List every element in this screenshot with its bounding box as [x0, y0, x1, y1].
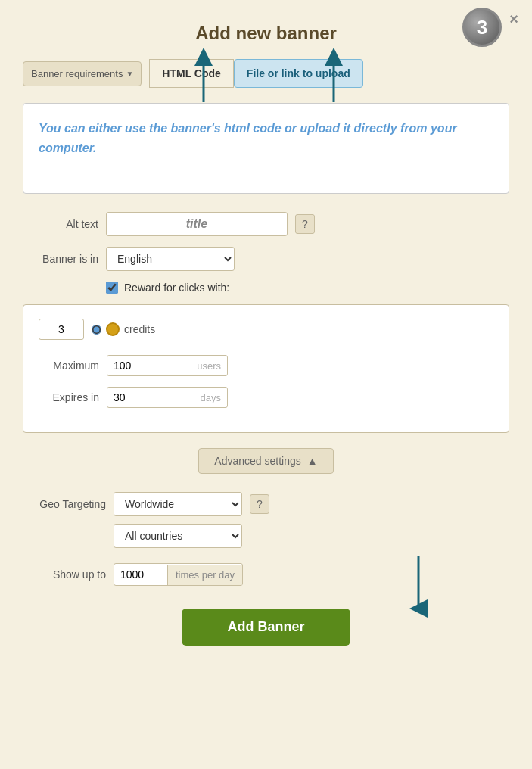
add-banner-wrapper: Add Banner — [23, 609, 509, 646]
reward-credits-row: credits — [39, 319, 493, 340]
geo-help-button[interactable]: ? — [250, 494, 269, 514]
tab-requirements[interactable]: Banner requirements ▼ — [23, 61, 142, 86]
banner-language-row: Banner is in English Spanish French Germ… — [23, 247, 509, 271]
chevron-up-icon: ▲ — [307, 455, 318, 467]
show-up-to-input[interactable] — [114, 564, 167, 585]
alt-text-label: Alt text — [23, 218, 98, 230]
credits-radio-label[interactable]: credits — [92, 322, 155, 336]
maximum-input[interactable] — [114, 360, 166, 372]
tabs-container: Banner requirements ▼ HTML Code File or … — [23, 59, 509, 194]
add-banner-button[interactable]: Add Banner — [182, 609, 350, 646]
geo-targeting-section: Geo Targeting Worldwide Specific ? All c… — [23, 492, 509, 548]
credits-radio[interactable] — [92, 325, 101, 335]
geo-worldwide-select[interactable]: Worldwide Specific — [114, 492, 242, 516]
advanced-settings-button[interactable]: Advanced settings ▲ — [198, 448, 333, 474]
banner-language-label: Banner is in — [23, 253, 98, 265]
tab-requirements-label: Banner requirements — [31, 68, 123, 79]
geo-country-select[interactable]: All countries United States United Kingd… — [114, 524, 242, 548]
tabs-row: Banner requirements ▼ HTML Code File or … — [23, 59, 509, 88]
credits-amount-input[interactable] — [39, 319, 84, 340]
expires-input[interactable] — [114, 391, 166, 403]
dialog: × 3 Add new banner Banner requirements ▼… — [0, 0, 532, 769]
geo-targeting-row2: All countries United States United Kingd… — [23, 524, 509, 548]
alt-text-input[interactable] — [106, 212, 288, 236]
show-up-to-input-wrapper: times per day — [114, 563, 243, 586]
expires-input-wrapper: days — [107, 387, 228, 408]
alt-text-row: Alt text ? — [23, 212, 509, 236]
reward-box: credits Maximum users Expires in days — [23, 304, 509, 433]
step-badge: 3 — [462, 8, 502, 47]
reward-checkbox-label: Reward for clicks with: — [124, 282, 229, 294]
banner-language-select[interactable]: English Spanish French German — [106, 247, 235, 271]
arrow-file-icon — [303, 49, 364, 110]
maximum-label: Maximum — [39, 360, 99, 372]
geo-targeting-label: Geo Targeting — [23, 498, 106, 510]
alt-text-help-button[interactable]: ? — [295, 214, 315, 234]
chevron-down-icon: ▼ — [126, 70, 133, 78]
geo-targeting-row1: Geo Targeting Worldwide Specific ? — [23, 492, 509, 516]
coin-icon — [106, 322, 120, 336]
show-up-to-row: Show up to times per day — [23, 563, 509, 586]
expires-unit: days — [201, 392, 221, 403]
advanced-settings-label: Advanced settings — [214, 455, 300, 467]
reward-checkbox-row: Reward for clicks with: — [106, 282, 509, 294]
expires-label: Expires in — [39, 391, 99, 403]
credits-label: credits — [124, 323, 155, 335]
maximum-input-wrapper: users — [107, 355, 228, 376]
tooltip-text: You can either use the banner's html cod… — [39, 119, 493, 157]
arrow-add-banner-icon — [373, 548, 434, 616]
maximum-row: Maximum users — [39, 355, 493, 376]
close-button[interactable]: × — [509, 11, 518, 28]
show-up-to-label: Show up to — [23, 568, 106, 581]
reward-checkbox[interactable] — [106, 282, 118, 294]
page-title: Add new banner — [23, 23, 509, 44]
tooltip-area: You can either use the banner's html cod… — [23, 103, 509, 194]
maximum-unit: users — [197, 360, 221, 372]
expires-row: Expires in days — [39, 387, 493, 408]
show-up-to-suffix: times per day — [167, 565, 242, 585]
arrow-html-icon — [173, 49, 234, 110]
